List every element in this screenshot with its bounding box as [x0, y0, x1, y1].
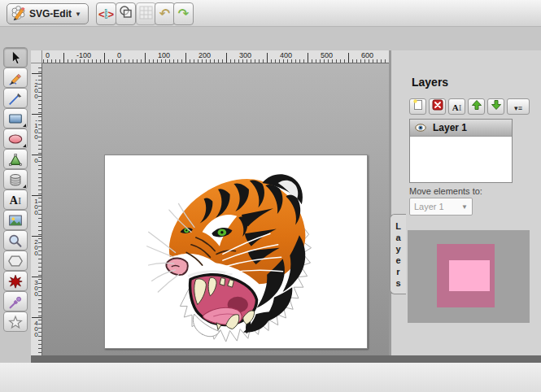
chevron-down-icon: ▼: [461, 203, 468, 211]
tool-shape-library[interactable]: [3, 169, 28, 189]
flyout-corner-icon: [23, 144, 26, 147]
ruler-tick: [308, 53, 308, 63]
tool-pencil[interactable]: [3, 68, 28, 88]
chevron-down-icon: ▼: [75, 11, 81, 18]
workspace-bottom-edge: [31, 355, 541, 363]
rectangle-icon: [7, 111, 24, 127]
move-elements-dropdown[interactable]: Layer 1 ▼: [409, 198, 473, 216]
layer-name: Layer 1: [433, 122, 467, 133]
delete-layer-icon: [432, 99, 443, 114]
ruler-label: -100: [76, 51, 91, 59]
tool-image[interactable]: [3, 210, 28, 230]
wireframe-button[interactable]: [116, 2, 136, 25]
tool-text[interactable]: AI: [3, 189, 28, 210]
text-icon: AI: [10, 193, 21, 207]
ruler-label: -200: [33, 76, 40, 99]
tool-rectangle[interactable]: [3, 108, 28, 128]
ruler-tick: [267, 53, 268, 63]
flyout-corner-icon: [23, 185, 26, 188]
wireframe-icon: [119, 5, 133, 23]
ruler-tick: [226, 53, 227, 63]
undo-button[interactable]: ↶: [155, 2, 175, 25]
ruler-tick: [185, 53, 186, 63]
canvas-page[interactable]: [104, 155, 368, 349]
grid-button[interactable]: [136, 2, 156, 25]
grid-icon: [139, 6, 153, 23]
ruler-tick: [32, 317, 41, 318]
tool-ellipse[interactable]: [3, 128, 28, 149]
move-elements-label: Move elements to:: [409, 186, 482, 196]
workspace[interactable]: [42, 63, 389, 355]
svg-edit-logo-icon: [11, 5, 26, 24]
layer-row[interactable]: Layer 1: [410, 120, 512, 137]
hexagon-icon: [7, 253, 24, 269]
ruler-tick: [32, 277, 41, 277]
tool-star-outline[interactable]: [3, 311, 28, 332]
layer-buttons: AI▾≡: [409, 98, 530, 115]
ruler-tick: [348, 53, 349, 63]
rename-layer-button[interactable]: AI: [448, 98, 465, 115]
eyedropper-icon: [7, 294, 24, 310]
ruler-label: 600: [361, 51, 373, 59]
redo-button[interactable]: ↷: [173, 2, 194, 25]
flyout-corner-icon: [23, 124, 26, 127]
cylinder-icon: [7, 172, 24, 188]
ruler-tick: [32, 114, 41, 115]
layer-list[interactable]: Layer 1: [409, 119, 513, 183]
tool-eyedropper[interactable]: [3, 291, 28, 311]
svg-edit-window: SVG-Edit ▼ <SVG>↶↷ AI 0-1000100200300400…: [0, 0, 541, 392]
ruler-label: 200: [199, 51, 211, 59]
tool-path[interactable]: [3, 149, 28, 169]
delete-layer-button[interactable]: [429, 98, 446, 115]
menu-caret-icon: ▾≡: [514, 99, 522, 114]
ruler-label: 300: [239, 51, 251, 59]
ruler-label: 0: [117, 51, 121, 59]
star-outline-icon: [7, 314, 24, 330]
rename-layer-icon: AI: [452, 99, 462, 114]
ruler-label: 100: [158, 51, 170, 59]
move-layer-up-button[interactable]: [468, 98, 485, 115]
ruler-label: 300: [33, 280, 40, 297]
pencil-icon: [7, 70, 24, 86]
ruler-tick: [32, 236, 41, 237]
move-elements-value: Layer 1: [414, 202, 444, 211]
preview-box: [408, 230, 530, 323]
tool-star[interactable]: [3, 271, 28, 291]
left-toolbar: AI: [0, 50, 29, 364]
ruler-label: 100: [33, 198, 40, 216]
ellipse-icon: [7, 131, 24, 147]
tool-line[interactable]: [3, 88, 28, 108]
horizontal-ruler: 0-1000100200300400500600: [42, 50, 389, 63]
new-layer-icon: [412, 99, 424, 114]
move-layer-down-button[interactable]: [487, 98, 504, 115]
tool-zoom[interactable]: [3, 230, 28, 250]
ruler-label: 500: [321, 51, 333, 59]
layer-menu-button[interactable]: ▾≡: [507, 98, 530, 115]
cursor-arrow-icon: [7, 50, 24, 66]
menubar: SVG-Edit ▼ <SVG>↶↷: [0, 0, 541, 27]
main-menu-label: SVG-Edit: [29, 8, 72, 20]
tool-select[interactable]: [3, 47, 28, 68]
layer-visibility-eye-icon[interactable]: [415, 120, 426, 135]
layers-panel-title: Layers: [412, 76, 448, 89]
svg-source-icon: <SVG>: [98, 9, 114, 20]
ruler-tick: [32, 195, 41, 196]
layers-side-tab[interactable]: Layers: [390, 214, 406, 294]
ruler-label: 0: [46, 51, 50, 59]
magnifier-icon: [7, 233, 24, 249]
image-icon: [7, 212, 24, 229]
ruler-tick: [145, 53, 146, 63]
ruler-tick: [63, 53, 64, 63]
new-layer-button[interactable]: [409, 98, 426, 115]
main-menu-button[interactable]: SVG-Edit ▼: [7, 3, 89, 24]
tool-polygon[interactable]: [3, 250, 28, 271]
ruler-corner: [31, 50, 42, 63]
bottom-toolbar: ◇ ▼ ◇ ≫: [0, 363, 541, 392]
context-toolbar-empty: [0, 27, 541, 50]
source-button[interactable]: <SVG>: [96, 2, 116, 25]
tiger-drawing: [146, 159, 318, 345]
undo-icon: ↶: [159, 7, 170, 21]
vertical-ruler: -200-1000100200300400: [31, 63, 42, 355]
ruler-label: -100: [33, 117, 40, 140]
line-icon: [7, 90, 24, 107]
